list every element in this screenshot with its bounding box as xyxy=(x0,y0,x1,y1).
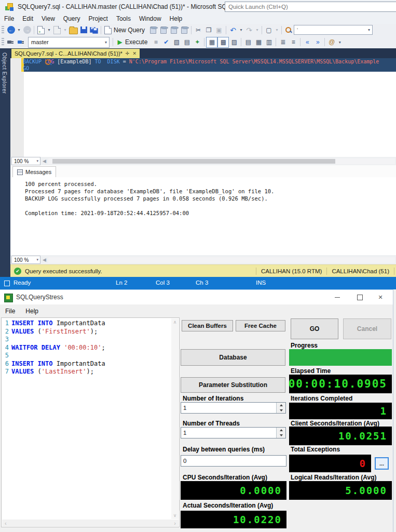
redo-icon[interactable]: ↷ xyxy=(244,25,254,35)
cancel-button[interactable]: Cancel xyxy=(343,318,391,339)
uncomment-icon[interactable]: ≡ xyxy=(288,37,298,47)
tab-sqlquery7[interactable]: SQLQuery7.sql - C...ALLIHAN\Chad (51))* … xyxy=(11,49,140,58)
navigate-back-dropdown-icon[interactable]: ▾ xyxy=(16,25,22,35)
code-line-1[interactable]: BACKUP LOG [ExampleDB] TO DISK = N'C:\Pr… xyxy=(23,58,396,65)
selection-mode-icon[interactable]: ▢ xyxy=(264,25,274,35)
query-options-icon[interactable]: ▤ xyxy=(182,37,192,47)
menu-tools[interactable]: Tools xyxy=(112,14,135,23)
undo-dropdown-icon[interactable]: ▾ xyxy=(238,25,244,35)
intellisense-icon[interactable]: ✦ xyxy=(192,37,202,47)
new-query-button[interactable]: New Query xyxy=(114,26,145,34)
decrease-indent-icon[interactable]: « xyxy=(302,37,312,47)
open-file-icon[interactable] xyxy=(68,25,78,35)
connect-icon[interactable] xyxy=(6,37,16,47)
results-to-text-icon[interactable]: ▤ xyxy=(243,37,253,47)
threads-spinner[interactable] xyxy=(276,428,285,438)
scroll-left-icon[interactable]: ‹ xyxy=(2,520,9,526)
change-connection-icon[interactable] xyxy=(16,37,26,47)
exceptions-detail-button[interactable]: ... xyxy=(375,457,389,470)
find-combo-caret-icon[interactable]: ▾ xyxy=(366,28,372,32)
spin-down-icon[interactable] xyxy=(277,408,285,413)
menu-file[interactable]: File xyxy=(0,14,18,23)
database-button[interactable]: Database xyxy=(181,349,285,366)
dmx-query-icon[interactable] xyxy=(158,25,169,35)
close-button[interactable]: ✕ xyxy=(373,292,388,302)
menu-project[interactable]: Project xyxy=(85,14,112,23)
spin-up-icon[interactable] xyxy=(277,428,285,433)
include-client-stats-icon[interactable]: ▨ xyxy=(229,37,239,47)
increase-indent-icon[interactable]: » xyxy=(312,37,323,47)
scroll-left-icon[interactable]: ◀ xyxy=(43,257,46,262)
toolbar-grip[interactable] xyxy=(2,38,4,46)
execute-button[interactable]: Execute xyxy=(125,38,147,46)
spin-up-icon[interactable] xyxy=(277,403,285,408)
dax-query-icon[interactable] xyxy=(179,25,189,35)
quick-launch-box[interactable] xyxy=(225,2,396,12)
scroll-right-icon[interactable]: › xyxy=(171,520,179,526)
quick-launch-input[interactable] xyxy=(225,4,396,10)
menu-help[interactable]: Help xyxy=(166,14,187,23)
navigate-back-icon[interactable]: ← xyxy=(6,25,16,35)
object-explorer-label[interactable]: Object Explorer xyxy=(2,52,8,94)
selection-dropdown-icon[interactable]: ▾ xyxy=(274,25,280,35)
messages-pane[interactable]: 100 percent processed. Processed 7 pages… xyxy=(10,177,396,255)
tab-messages[interactable]: Messages xyxy=(12,166,56,177)
database-combo[interactable]: master ▾ xyxy=(28,37,110,48)
find-combo[interactable]: ' ▾ xyxy=(294,25,373,35)
xmla-query-icon[interactable] xyxy=(169,25,179,35)
sqs-query-editor[interactable]: 1INSERT INTO ImportantData 2VALUES ('Fir… xyxy=(1,317,180,527)
threads-stepper[interactable] xyxy=(181,427,286,438)
messages-zoom-caret-icon[interactable]: ▾ xyxy=(36,258,40,262)
scroll-down-icon[interactable]: ∨ xyxy=(171,512,179,519)
sqlcmd-mode-icon[interactable]: @ xyxy=(326,37,337,47)
delay-field[interactable] xyxy=(181,455,286,467)
toolbar-overflow-icon[interactable]: ▾ xyxy=(337,37,343,47)
results-to-grid-icon[interactable]: ▦ xyxy=(253,37,264,47)
save-all-icon[interactable] xyxy=(89,25,99,35)
scroll-up-icon[interactable]: ∧ xyxy=(171,318,179,326)
iterations-input[interactable] xyxy=(181,403,276,413)
find-icon[interactable] xyxy=(283,25,294,35)
editor-zoom-caret-icon[interactable]: ▾ xyxy=(36,159,40,163)
redo-dropdown-icon[interactable]: ▾ xyxy=(254,25,260,35)
menu-view[interactable]: View xyxy=(37,14,59,23)
threads-input[interactable] xyxy=(181,428,276,438)
free-cache-button[interactable]: Free Cache xyxy=(236,320,285,331)
close-tab-icon[interactable]: ✕ xyxy=(132,51,136,56)
editor-hscrollbar[interactable] xyxy=(48,158,395,164)
editor-hscrollbar-thumb[interactable] xyxy=(52,159,335,164)
new-file-dropdown-icon[interactable]: ▾ xyxy=(46,25,52,35)
menu-window[interactable]: Window xyxy=(135,14,166,23)
messages-hscrollbar[interactable] xyxy=(48,257,395,263)
parse-icon[interactable]: ✔ xyxy=(161,37,171,47)
iterations-stepper[interactable] xyxy=(181,402,286,414)
scroll-left-icon[interactable]: ◀ xyxy=(43,158,46,164)
copy-icon[interactable]: ❐ xyxy=(203,25,214,35)
minimize-button[interactable] xyxy=(330,292,345,302)
sqs-menu-file[interactable]: File xyxy=(0,306,20,316)
execute-icon[interactable]: ▶ xyxy=(115,37,125,47)
add-item-icon[interactable] xyxy=(52,25,62,35)
mdx-query-icon[interactable] xyxy=(148,25,158,35)
results-to-file-icon[interactable]: ▥ xyxy=(264,37,274,47)
live-query-stats-icon[interactable]: ▩ xyxy=(217,37,229,48)
display-estimated-plan-icon[interactable]: ▧ xyxy=(171,37,182,47)
menu-edit[interactable]: Edit xyxy=(18,14,37,23)
sqs-editor-vscrollbar[interactable]: ∧ ∨ xyxy=(171,318,179,519)
navigate-forward-icon[interactable]: → xyxy=(22,25,32,35)
code-line-2[interactable]: GO xyxy=(23,65,396,72)
spin-down-icon[interactable] xyxy=(277,433,285,438)
sqs-editor-hscrollbar[interactable]: ‹ › xyxy=(2,520,179,526)
messages-zoom-combo[interactable]: 100 % ▾ xyxy=(11,256,40,264)
add-item-dropdown-icon[interactable]: ▾ xyxy=(62,25,68,35)
toolbar-grip[interactable] xyxy=(2,26,4,34)
maximize-button[interactable] xyxy=(352,292,367,302)
editor-zoom-combo[interactable]: 100 % ▾ xyxy=(11,157,40,165)
parameter-substitution-button[interactable]: Parameter Substitution xyxy=(181,377,285,393)
sqs-menu-help[interactable]: Help xyxy=(20,306,44,316)
include-actual-plan-icon[interactable]: ▦ xyxy=(206,37,217,48)
delay-input[interactable] xyxy=(181,456,286,466)
object-explorer-strip[interactable]: Object Explorer xyxy=(0,48,10,277)
cut-icon[interactable]: ✂ xyxy=(193,25,203,35)
paste-icon[interactable]: ▣ xyxy=(214,25,224,35)
